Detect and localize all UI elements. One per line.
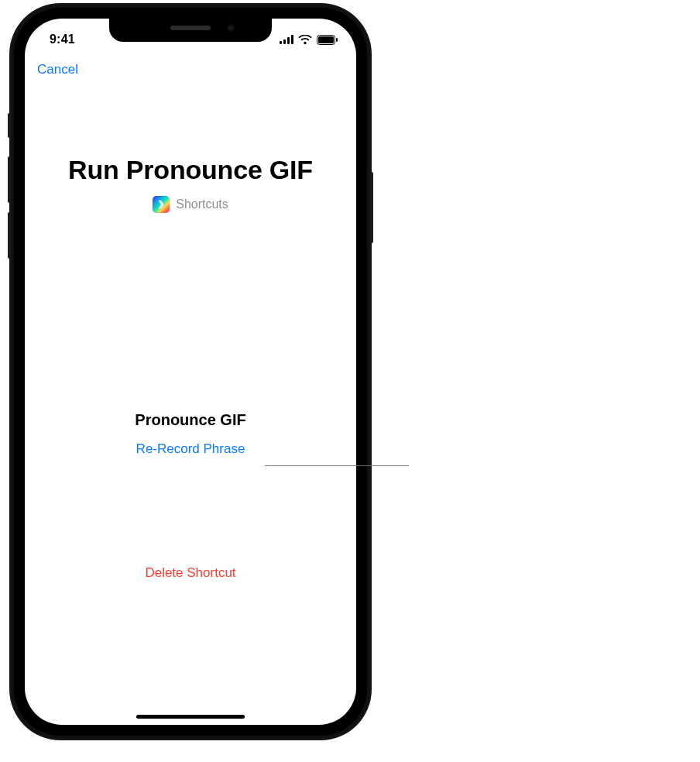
mute-switch bbox=[8, 113, 11, 138]
front-camera bbox=[227, 24, 235, 32]
svg-rect-5 bbox=[318, 36, 334, 43]
svg-rect-3 bbox=[291, 35, 293, 44]
home-indicator[interactable] bbox=[136, 715, 245, 719]
content-area: Cancel Run Pronounce GIF Shortcuts bbox=[25, 19, 356, 725]
battery-icon bbox=[317, 35, 338, 45]
phone-frame: 9:41 bbox=[11, 5, 370, 739]
nav-bar: Cancel bbox=[25, 53, 356, 87]
phrase-block: Pronounce GIF Re-Record Phrase bbox=[25, 411, 356, 457]
delete-shortcut-button[interactable]: Delete Shortcut bbox=[145, 565, 235, 581]
app-source: Shortcuts bbox=[153, 196, 228, 213]
re-record-phrase-button[interactable]: Re-Record Phrase bbox=[136, 441, 245, 457]
volume-down-button bbox=[8, 212, 11, 259]
volume-up-button bbox=[8, 156, 11, 203]
svg-rect-0 bbox=[280, 41, 282, 44]
svg-rect-6 bbox=[336, 38, 338, 42]
svg-rect-2 bbox=[287, 37, 290, 44]
cancel-button[interactable]: Cancel bbox=[37, 62, 78, 77]
title-block: Run Pronounce GIF Shortcuts bbox=[25, 155, 356, 213]
app-source-label: Shortcuts bbox=[176, 197, 228, 211]
notch bbox=[109, 19, 272, 42]
cellular-icon bbox=[280, 35, 293, 44]
callout-line bbox=[265, 465, 409, 466]
shortcuts-app-icon bbox=[153, 196, 170, 213]
screen: 9:41 bbox=[25, 19, 356, 725]
page-title: Run Pronounce GIF bbox=[25, 155, 356, 185]
status-right-cluster bbox=[280, 27, 339, 45]
earpiece-speaker bbox=[170, 26, 211, 30]
svg-rect-1 bbox=[283, 39, 286, 44]
delete-block: Delete Shortcut bbox=[25, 565, 356, 581]
status-time: 9:41 bbox=[42, 25, 75, 46]
side-button bbox=[370, 172, 373, 243]
wifi-icon bbox=[298, 35, 312, 45]
phrase-title: Pronounce GIF bbox=[25, 411, 356, 429]
